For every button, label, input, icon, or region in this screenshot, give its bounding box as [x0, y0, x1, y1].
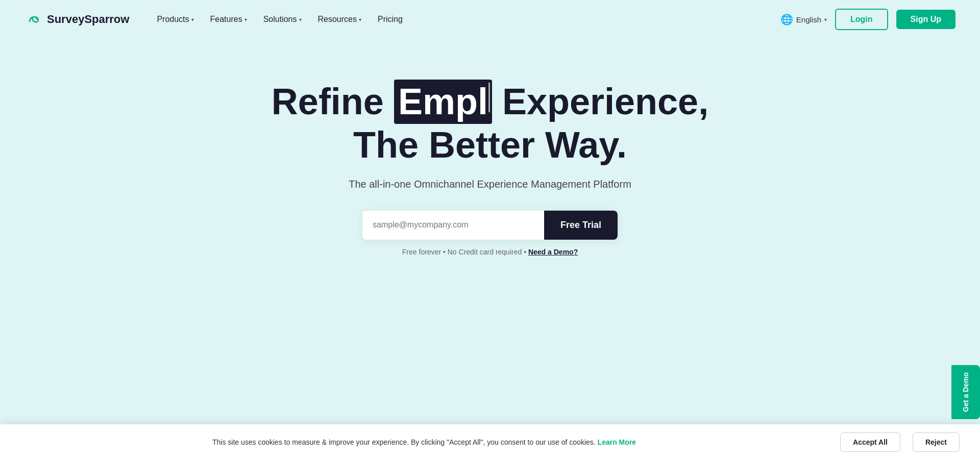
chevron-down-icon: ▾ — [191, 17, 194, 22]
need-demo-link[interactable]: Need a Demo? — [528, 248, 578, 256]
nav-features[interactable]: Features ▾ — [203, 11, 254, 28]
logo-icon — [24, 10, 43, 29]
reject-button[interactable]: Reject — [913, 432, 960, 452]
hero-heading: Refine Empl Experience, The Better Way. — [272, 80, 708, 166]
hero-subtitle: The all-in-one Omnichannel Experience Ma… — [349, 178, 631, 190]
logo[interactable]: SurveySparrow — [24, 10, 129, 29]
nav-links: Products ▾ Features ▾ Solutions ▾ Resour… — [150, 11, 410, 28]
nav-products[interactable]: Products ▾ — [150, 11, 201, 28]
learn-more-link[interactable]: Learn More — [598, 438, 636, 446]
heading-prefix: Refine — [272, 81, 394, 122]
brand-name: SurveySparrow — [47, 13, 129, 26]
nav-resources[interactable]: Resources ▾ — [311, 11, 369, 28]
form-note: Free forever • No Credit card required •… — [402, 248, 578, 256]
chevron-down-icon: ▾ — [359, 17, 361, 22]
nav-pricing[interactable]: Pricing — [371, 11, 410, 28]
accept-all-button[interactable]: Accept All — [840, 432, 900, 452]
nav-left: SurveySparrow Products ▾ Features ▾ Solu… — [24, 10, 410, 29]
nav-right: 🌐 English ▾ Login Sign Up — [780, 9, 955, 30]
heading-line2: The Better Way. — [353, 124, 627, 165]
login-button[interactable]: Login — [835, 9, 888, 30]
language-label: English — [796, 15, 821, 24]
heading-suffix: Experience, — [492, 81, 708, 122]
chevron-down-icon: ▾ — [244, 17, 247, 22]
nav-solutions[interactable]: Solutions ▾ — [256, 11, 309, 28]
chevron-down-icon: ▾ — [824, 17, 827, 22]
svg-point-0 — [24, 10, 43, 29]
free-trial-button[interactable]: Free Trial — [544, 211, 618, 240]
svg-point-1 — [36, 17, 38, 20]
email-form: Free Trial — [362, 211, 618, 240]
chevron-down-icon: ▾ — [299, 17, 302, 22]
heading-highlight: Empl — [394, 80, 492, 124]
globe-icon: 🌐 — [780, 13, 793, 25]
email-input[interactable] — [362, 211, 544, 240]
signup-button[interactable]: Sign Up — [896, 10, 955, 29]
hero-section: Refine Empl Experience, The Better Way. … — [0, 39, 980, 287]
language-selector[interactable]: 🌐 English ▾ — [780, 13, 827, 25]
cookie-banner: This site uses cookies to measure & impr… — [0, 424, 980, 460]
cookie-text: This site uses cookies to measure & impr… — [20, 438, 828, 446]
get-demo-float-button[interactable]: Get a Demo — [951, 365, 980, 419]
navbar: SurveySparrow Products ▾ Features ▾ Solu… — [0, 0, 980, 39]
